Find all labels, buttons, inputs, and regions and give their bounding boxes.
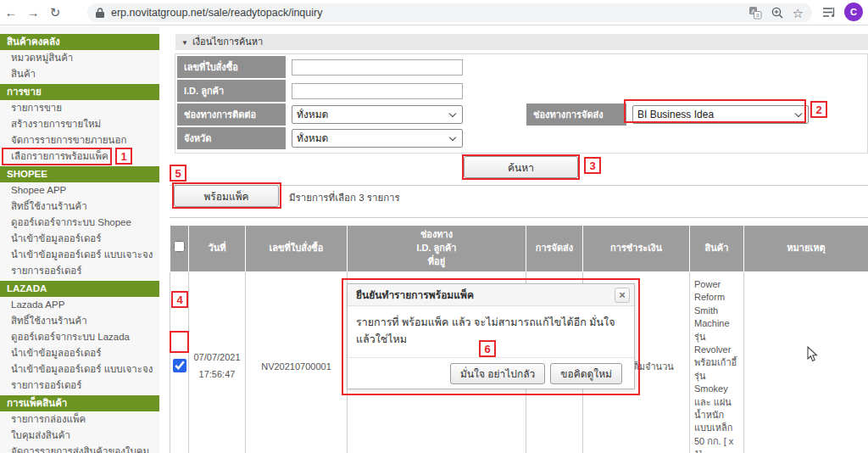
forward-icon[interactable]: → xyxy=(22,5,44,20)
sidebar-header-packing: การแพ็คสินค้า xyxy=(0,395,159,411)
cell-product: Power Reform Smith Machine รุ่น Revolver… xyxy=(690,272,744,453)
shipping-channel-select[interactable]: BI Business Idea xyxy=(632,105,809,124)
contact-channel-select[interactable]: ทั้งหมด xyxy=(292,105,463,124)
sidebar-item-product-category[interactable]: หมวดหมู่สินค้า xyxy=(0,50,159,66)
svg-text:a: a xyxy=(756,12,760,18)
reading-list-icon[interactable] xyxy=(822,6,837,19)
address-bar[interactable]: erp.novitatgroup.net/sale/readytopack/in… xyxy=(87,3,812,22)
zoom-icon[interactable] xyxy=(771,6,784,20)
sidebar-section-inventory: สินค้าคงคลัง หมวดหมู่สินค้า สินค้า xyxy=(0,34,159,82)
col-channel-line3: ที่อยู่ xyxy=(348,255,526,269)
shipping-channel-label: ช่องทางการจัดส่ง xyxy=(526,103,626,126)
collapse-icon: ▼ xyxy=(181,39,188,47)
page: ← → ↻ erp.novitatgroup.net/sale/readytop… xyxy=(0,0,868,453)
col-payment: การชำระเงิน xyxy=(583,226,690,272)
col-channel: ช่องทาง I.D. ลูกค้า ที่อยู่ xyxy=(348,226,526,272)
dialog-title: ยืนยันทำรายการพร้อมแพ็ค xyxy=(348,284,634,306)
col-order-no: เลขที่ใบสั่งซื้อ xyxy=(246,226,348,272)
back-icon[interactable]: ← xyxy=(0,5,22,20)
close-icon[interactable]: × xyxy=(615,288,630,303)
province-label: จังหวัด xyxy=(177,127,286,149)
order-no-input[interactable] xyxy=(292,59,463,76)
sidebar-item-manage-delivery-items[interactable]: จัดการรายการส่งสินค้าของใบคุม xyxy=(0,444,159,453)
cell-note xyxy=(744,272,868,453)
sidebar-item-shopee-import[interactable]: นำเข้าข้อมูลออร์เดอร์ xyxy=(0,231,159,247)
sidebar-item-ready-to-pack[interactable]: เลือกรายการพร้อมแพ็ค xyxy=(0,148,159,165)
reload-icon[interactable]: ↻ xyxy=(44,5,66,20)
lock-icon xyxy=(96,8,104,18)
sidebar-item-lazada-orders-view[interactable]: ดูออร์เดอร์จากระบบ Lazada xyxy=(0,329,159,345)
sidebar-section-lazada: LAZADA Lazada APP สิทธิ์ใช้งานร้านค้า ดู… xyxy=(0,281,159,394)
confirm-button[interactable]: มั่นใจ อย่าไปกลัว xyxy=(450,363,545,384)
sidebar-section-sales: การขาย รายการขาย สร้างรายการขายใหม่ จัดก… xyxy=(0,84,159,165)
filter-title: เงื่อนไขการค้นหา xyxy=(192,36,263,47)
col-date: วันที่ xyxy=(189,226,246,272)
sidebar-item-shopee-orders-view[interactable]: ดูออร์เดอร์จากระบบ Shopee xyxy=(0,215,159,231)
dialog-footer: มั่นใจ อย่าไปกลัว ขอคิดดูใหม่ xyxy=(348,357,634,389)
customer-id-label: I.D. ลูกค้า xyxy=(177,80,286,102)
customer-id-input[interactable] xyxy=(292,83,463,99)
select-all-checkbox[interactable] xyxy=(174,241,185,252)
sidebar-item-products[interactable]: สินค้า xyxy=(0,66,159,82)
sidebar-item-lazada-order-list[interactable]: รายการออร์เดอร์ xyxy=(0,378,159,394)
province-select[interactable]: ทั้งหมด xyxy=(292,129,463,148)
table-header-row: วันที่ เลขที่ใบสั่งซื้อ ช่องทาง I.D. ลูก… xyxy=(170,226,868,272)
sidebar-item-shopee-import-specific[interactable]: นำเข้าข้อมูลออร์เดอร์ แบบเจาะจง xyxy=(0,247,159,263)
avatar[interactable]: C xyxy=(844,3,863,21)
sidebar-item-lazada-app[interactable]: Lazada APP xyxy=(0,297,159,313)
col-channel-line2: I.D. ลูกค้า xyxy=(348,242,526,255)
sidebar-item-pack-box-list[interactable]: รายการกล่องแพ็ค xyxy=(0,411,159,428)
bookmark-star-icon[interactable]: ☆ xyxy=(793,7,804,20)
sidebar-item-shopee-app[interactable]: Shopee APP xyxy=(0,182,159,199)
selected-count-text: มีรายการที่เลือก 3 รายการ xyxy=(289,190,400,205)
sidebar-header-inventory: สินค้าคงคลัง xyxy=(0,34,159,50)
url-text: erp.novitatgroup.net/sale/readytopack/in… xyxy=(111,7,740,19)
row-checkbox[interactable] xyxy=(173,359,186,372)
ready-to-pack-button[interactable]: พร้อมแพ็ค xyxy=(174,185,279,207)
filter-form: เลขที่ใบสั่งซื้อ I.D. ลูกค้า ช่องทางการต… xyxy=(175,53,868,154)
search-button[interactable]: ค้นหา xyxy=(464,156,578,178)
sidebar-item-delivery-control-sheet[interactable]: ใบคุมส่งสินค้า xyxy=(0,428,159,444)
sidebar-item-lazada-import-specific[interactable]: นำเข้าข้อมูลออร์เดอร์ แบบเจาะจง xyxy=(0,361,159,378)
filter-panel-header[interactable]: ▼เงื่อนไขการค้นหา xyxy=(175,34,868,50)
cell-order-no: NV20210700001 xyxy=(246,272,348,453)
dialog-message: รายการที่ พร้อมแพ็ค แล้ว จะไม่สามารถแก้ไ… xyxy=(348,306,634,355)
mouse-cursor-icon xyxy=(807,346,818,362)
sidebar-item-shopee-order-list[interactable]: รายการออร์เดอร์ xyxy=(0,263,159,279)
sidebar-item-lazada-import[interactable]: นำเข้าข้อมูลออร์เดอร์ xyxy=(0,345,159,361)
order-no-label: เลขที่ใบสั่งซื้อ xyxy=(177,56,286,78)
sidebar-section-packing: การแพ็คสินค้า รายการกล่องแพ็ค ใบคุมส่งสิ… xyxy=(0,395,159,453)
sidebar-header-shopee: SHOPEE xyxy=(0,166,159,182)
sidebar-header-sales: การขาย xyxy=(0,84,159,100)
divider xyxy=(170,217,868,218)
sidebar-item-lazada-shop-rights[interactable]: สิทธิ์ใช้งานร้านค้า xyxy=(0,313,159,329)
browser-toolbar: ← → ↻ erp.novitatgroup.net/sale/readytop… xyxy=(0,0,868,25)
date-text: 07/07/2021 xyxy=(189,350,245,366)
col-product: สินค้า xyxy=(690,226,744,272)
sidebar-item-shopee-shop-rights[interactable]: สิทธิ์ใช้งานร้านค้า xyxy=(0,199,159,215)
annotation-label-5: 5 xyxy=(170,165,186,182)
annotation-label-3: 3 xyxy=(584,157,601,174)
sidebar-section-shopee: SHOPEE Shopee APP สิทธิ์ใช้งานร้านค้า ดู… xyxy=(0,166,159,279)
sidebar-item-sales-list[interactable]: รายการขาย xyxy=(0,100,159,116)
col-shipping: การจัดส่ง xyxy=(526,226,583,272)
translate-icon[interactable]: A a xyxy=(748,6,762,20)
sidebar-header-lazada: LAZADA xyxy=(0,281,159,297)
contact-channel-label: ช่องทางการติดต่อ xyxy=(177,103,286,126)
sidebar-item-external-sales[interactable]: จัดการรายการขายภายนอก xyxy=(0,132,159,148)
cancel-button[interactable]: ขอคิดดูใหม่ xyxy=(550,363,622,384)
sidebar-item-new-sale[interactable]: สร้างรายการขายใหม่ xyxy=(0,116,159,132)
time-text: 17:56:47 xyxy=(189,366,245,383)
col-note: หมายเหตุ xyxy=(744,226,868,272)
col-channel-line1: ช่องทาง xyxy=(348,228,526,242)
confirm-dialog: ยืนยันทำรายการพร้อมแพ็ค × รายการที่ พร้อ… xyxy=(347,283,635,389)
sidebar: สินค้าคงคลัง หมวดหมู่สินค้า สินค้า การขา… xyxy=(0,26,159,453)
cell-date: 07/07/2021 17:56:47 xyxy=(189,272,246,453)
